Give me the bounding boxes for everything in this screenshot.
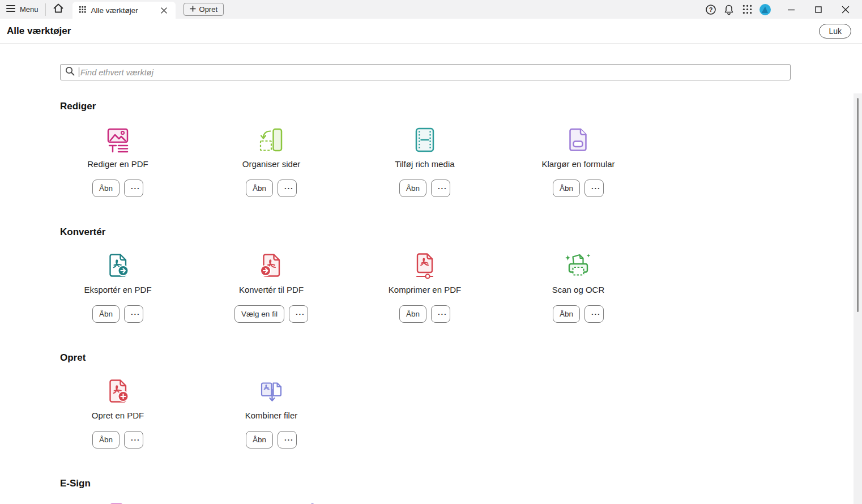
maximize-button[interactable]	[810, 2, 827, 17]
help-icon: ?	[705, 4, 716, 15]
app-grid-icon	[742, 4, 753, 15]
titlebar: Menu Alle værktøjer	[0, 0, 862, 19]
tool-label: Klargør en formular	[541, 159, 615, 169]
close-icon	[842, 6, 850, 14]
section-title: E-Sign	[60, 478, 862, 489]
more-options-button[interactable]: ···	[278, 431, 297, 449]
section-title: Konvertér	[60, 227, 862, 238]
compress-pdf-icon	[411, 252, 438, 279]
tools-sections: Rediger Rediger en PDF Åbn ··· Organiser…	[0, 101, 862, 504]
search-input[interactable]	[79, 68, 786, 77]
tool-search[interactable]	[60, 64, 791, 80]
tab-alle-vaerktoejer[interactable]: Alle værktøjer	[72, 2, 176, 19]
home-icon	[53, 3, 64, 16]
tool-card: Komprimer en PDF Åbn ···	[367, 252, 483, 323]
create-tab-label: Opret	[199, 5, 218, 14]
tool-label: Komprimer en PDF	[389, 285, 461, 294]
search-icon	[65, 66, 75, 78]
page-header: Alle værktøjer Luk	[0, 19, 862, 44]
more-options-button[interactable]: ···	[584, 305, 604, 323]
more-options-button[interactable]: ···	[289, 305, 308, 323]
open-button[interactable]: Åbn	[92, 180, 120, 197]
more-options-button[interactable]: ···	[124, 180, 143, 197]
tool-label: Opret en PDF	[92, 411, 144, 420]
create-pdf-icon	[104, 378, 131, 405]
more-options-button[interactable]: ···	[431, 180, 450, 197]
tool-card: Rediger en PDF Åbn ···	[60, 126, 176, 197]
export-pdf-icon	[104, 252, 131, 279]
tool-label: Eksportér en PDF	[84, 285, 151, 294]
tab-close-icon[interactable]	[159, 6, 169, 15]
minimize-button[interactable]	[783, 2, 800, 17]
account-avatar[interactable]	[758, 2, 773, 17]
open-button[interactable]: Åbn	[399, 305, 426, 323]
tool-section: Opret Opret en PDF Åbn ··· Kombiner file…	[60, 352, 862, 449]
tool-row: Opret en PDF Åbn ··· Kombiner filer Åbn …	[60, 378, 862, 449]
tool-label: Organiser sider	[242, 159, 301, 169]
tool-card: Scan og OCR Åbn ···	[520, 252, 636, 323]
svg-text:?: ?	[709, 6, 713, 13]
close-window-button[interactable]	[837, 2, 854, 17]
maximize-icon	[814, 6, 822, 14]
tool-section: E-Sign	[60, 478, 862, 504]
page-title: Alle værktøjer	[7, 25, 71, 37]
minimize-icon	[787, 6, 795, 14]
more-options-button[interactable]: ···	[124, 431, 143, 449]
tool-label: Konvertér til PDF	[239, 285, 304, 294]
tool-card: Klargør en formular Åbn ···	[520, 126, 636, 197]
more-options-button[interactable]: ···	[584, 180, 604, 197]
hamburger-icon	[6, 5, 15, 14]
organize-pages-icon	[258, 126, 285, 153]
waffle-icon	[79, 5, 86, 15]
menu-label: Menu	[20, 5, 39, 14]
rich-media-icon	[411, 126, 438, 153]
close-page-button[interactable]: Luk	[819, 24, 851, 39]
open-button[interactable]: Åbn	[553, 305, 580, 323]
open-button[interactable]: Vælg en fil	[234, 305, 284, 323]
open-button[interactable]: Åbn	[553, 180, 580, 197]
scan-ocr-icon	[565, 252, 592, 279]
prepare-form-icon	[565, 126, 592, 153]
scrollbar-track[interactable]	[854, 93, 862, 504]
tool-card: Tilføj rich media Åbn ···	[367, 126, 483, 197]
avatar	[759, 3, 771, 16]
more-options-button[interactable]: ···	[431, 305, 450, 323]
open-button[interactable]: Åbn	[246, 431, 273, 449]
edit-pdf-icon	[104, 126, 131, 153]
tool-card: Kombiner filer Åbn ···	[214, 378, 329, 449]
menu-button[interactable]: Menu	[0, 0, 45, 19]
section-title: Opret	[60, 352, 862, 364]
open-button[interactable]: Åbn	[399, 180, 426, 197]
tool-label: Rediger en PDF	[87, 159, 148, 169]
open-button[interactable]: Åbn	[92, 431, 120, 449]
tool-card: Organiser sider Åbn ···	[214, 126, 329, 197]
tool-card: Opret en PDF Åbn ···	[60, 378, 176, 449]
tool-row: Rediger en PDF Åbn ··· Organiser sider Å…	[60, 126, 862, 197]
tool-card: Eksportér en PDF Åbn ···	[60, 252, 176, 323]
tool-card: Konvertér til PDF Vælg en fil ···	[214, 252, 329, 323]
plus-icon	[190, 5, 196, 14]
create-tab-button[interactable]: Opret	[184, 3, 224, 16]
tool-label: Tilføj rich media	[395, 159, 454, 169]
help-button[interactable]: ?	[703, 2, 718, 17]
section-title: Rediger	[60, 101, 862, 112]
tool-label: Scan og OCR	[552, 285, 605, 294]
combine-files-icon	[258, 378, 285, 405]
tool-label: Kombiner filer	[245, 411, 298, 420]
convert-pdf-icon	[258, 252, 285, 279]
tool-section: Konvertér Eksportér en PDF Åbn ··· Konve…	[60, 227, 862, 323]
apps-button[interactable]	[740, 2, 754, 17]
tool-section: Rediger Rediger en PDF Åbn ··· Organiser…	[60, 101, 862, 197]
tab-label: Alle værktøjer	[91, 6, 138, 15]
scrollbar-thumb[interactable]	[857, 98, 859, 312]
home-button[interactable]	[46, 0, 71, 19]
open-button[interactable]: Åbn	[246, 180, 273, 197]
bell-icon	[723, 4, 735, 15]
more-options-button[interactable]: ···	[278, 180, 297, 197]
tool-row: Eksportér en PDF Åbn ··· Konvertér til P…	[60, 252, 862, 323]
notifications-button[interactable]	[722, 2, 736, 17]
more-options-button[interactable]: ···	[124, 305, 143, 323]
open-button[interactable]: Åbn	[92, 305, 120, 323]
